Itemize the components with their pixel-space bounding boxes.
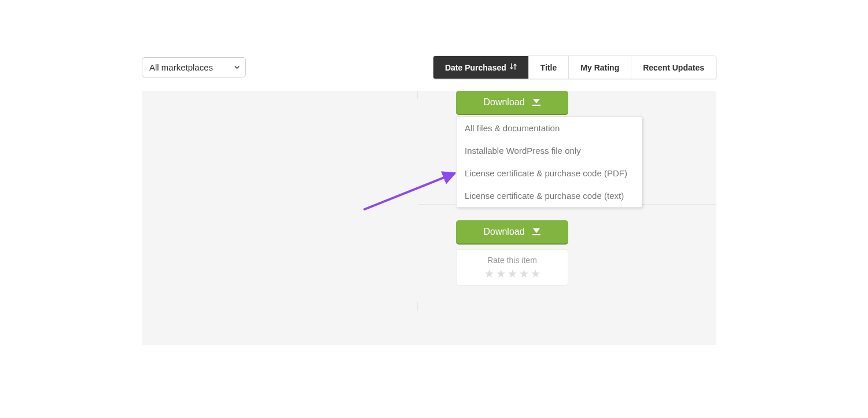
sort-tab-label: My Rating (580, 63, 619, 72)
sort-tab-recent-updates[interactable]: Recent Updates (631, 56, 716, 79)
content-area: Download All files & documentation Insta… (142, 91, 716, 345)
sort-tab-title[interactable]: Title (529, 56, 569, 79)
star-icon[interactable]: ★ (496, 267, 506, 280)
sort-tab-my-rating[interactable]: My Rating (569, 56, 631, 79)
download-dropdown-menu: All files & documentation Installable Wo… (456, 116, 642, 208)
divider (417, 302, 418, 310)
downloads-container: All marketplaces Date Purchased Title (142, 56, 716, 345)
download-button-label: Download (483, 97, 524, 108)
download-block: Download All files & documentation Insta… (456, 91, 568, 114)
marketplace-filter: All marketplaces (142, 57, 246, 77)
sort-tab-date-purchased[interactable]: Date Purchased (433, 56, 529, 79)
star-icon[interactable]: ★ (519, 267, 529, 280)
download-button[interactable]: Download (456, 91, 568, 114)
dropdown-item-license-text[interactable]: License certificate & purchase code (tex… (457, 184, 642, 207)
svg-rect-1 (532, 234, 540, 235)
star-rating: ★ ★ ★ ★ ★ (457, 267, 568, 280)
sort-tabs: Date Purchased Title My Rating Recent Up… (433, 56, 716, 79)
sort-tab-label: Date Purchased (445, 63, 506, 72)
dropdown-item-all-files[interactable]: All files & documentation (457, 117, 642, 139)
download-icon (532, 98, 541, 106)
download-button[interactable]: Download (456, 220, 568, 243)
star-icon[interactable]: ★ (531, 267, 540, 280)
sort-tab-label: Recent Updates (643, 63, 704, 72)
star-icon[interactable]: ★ (507, 267, 517, 280)
rate-card: Rate this item ★ ★ ★ ★ ★ (456, 249, 568, 286)
dropdown-item-license-pdf[interactable]: License certificate & purchase code (PDF… (457, 162, 642, 184)
download-block: Download Rate this item ★ ★ ★ ★ ★ (456, 220, 568, 286)
toolbar: All marketplaces Date Purchased Title (142, 56, 716, 79)
sort-tab-label: Title (540, 63, 557, 72)
dropdown-item-installable-wp[interactable]: Installable WordPress file only (457, 139, 642, 162)
divider (417, 91, 418, 99)
star-icon[interactable]: ★ (484, 267, 494, 280)
sort-icon (510, 62, 517, 72)
download-icon (532, 228, 541, 236)
marketplace-select[interactable]: All marketplaces (142, 57, 246, 77)
rate-label: Rate this item (457, 256, 568, 265)
download-button-label: Download (483, 227, 524, 237)
svg-rect-0 (532, 105, 540, 106)
